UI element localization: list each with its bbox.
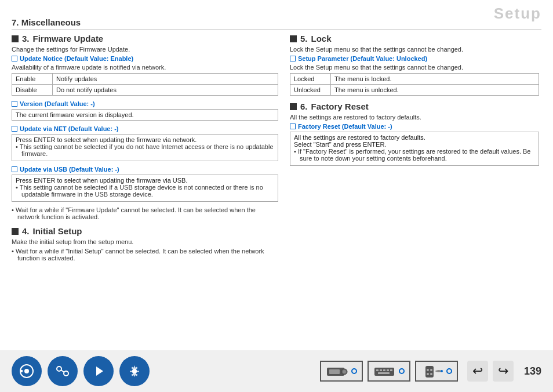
section5-square bbox=[290, 35, 297, 42]
factory-reset-line1: All the settings are restored to factory… bbox=[294, 134, 535, 141]
update-notice-desc: Availability of a firmware update is not… bbox=[12, 64, 278, 71]
svg-point-21 bbox=[430, 369, 432, 371]
factory-reset-line3: If "Factory Reset" is performed, your se… bbox=[294, 148, 535, 162]
section6-square bbox=[290, 103, 297, 110]
update-usb-checkbox bbox=[12, 166, 17, 172]
keyboard-icon bbox=[373, 364, 396, 378]
firmware-note: Wait for a while if "Firmware Update" ca… bbox=[12, 206, 278, 220]
update-notice-table: Enable Notify updates Disable Do not not… bbox=[12, 73, 278, 96]
dot-indicator3 bbox=[446, 368, 452, 374]
connect-icon bbox=[54, 363, 71, 379]
gear-icon bbox=[126, 363, 143, 379]
setup-param-desc: Lock the Setup menu so that the settings… bbox=[290, 64, 539, 71]
section6-desc: All the settings are restored to factory… bbox=[290, 114, 539, 121]
factory-reset-line2: Select "Start" and press ENTER. bbox=[294, 141, 535, 148]
version-label: Version (Default Value: -) bbox=[20, 100, 95, 107]
section4-desc: Make the initial setup from the setup me… bbox=[12, 238, 278, 245]
undo-button[interactable]: ↩ bbox=[467, 361, 488, 382]
table-row: Disable Do not notify updates bbox=[12, 85, 278, 96]
table-cell-option: Enable bbox=[12, 74, 53, 85]
projector-icon bbox=[326, 364, 349, 378]
setup-param-label: Setup Parameter (Default Value: Unlocked… bbox=[298, 55, 427, 62]
bottom-bar: ↩ ↪ 139 bbox=[0, 350, 553, 392]
svg-rect-2 bbox=[20, 370, 23, 372]
update-notice-checkbox bbox=[12, 56, 17, 61]
page-number: 139 bbox=[524, 365, 541, 378]
table-cell-option: Unlocked bbox=[290, 85, 331, 96]
table-row: Enable Notify updates bbox=[12, 74, 278, 85]
right-column: 5. Lock Lock the Setup menu so that the … bbox=[290, 34, 539, 263]
svg-point-1 bbox=[24, 369, 29, 373]
svg-rect-18 bbox=[378, 372, 390, 374]
svg-rect-12 bbox=[374, 368, 394, 376]
device2-icon[interactable] bbox=[368, 361, 410, 382]
svg-rect-11 bbox=[329, 369, 340, 374]
section4-title: 4. Initial Setup bbox=[12, 226, 278, 236]
update-notice-heading: Update Notice (Default Value: Enable) bbox=[12, 55, 278, 62]
dot-indicator2 bbox=[399, 368, 405, 374]
section4-title-text: Initial Setup bbox=[33, 226, 82, 236]
update-usb-desc: Press ENTER to select when updating the … bbox=[16, 177, 274, 184]
table-row: Unlocked The menu is unlocked. bbox=[290, 85, 539, 96]
update-net-checkbox bbox=[12, 126, 17, 132]
left-column: 3. Firmware Update Change the settings f… bbox=[12, 34, 278, 263]
section4-square bbox=[12, 228, 19, 235]
update-notice-label: Update Notice (Default Value: Enable) bbox=[20, 55, 133, 62]
dot-indicator bbox=[351, 368, 357, 374]
section6-title-text: Factory Reset bbox=[311, 101, 369, 111]
section6-number: 6. bbox=[300, 101, 308, 111]
svg-point-22 bbox=[427, 373, 429, 375]
update-net-box: Press ENTER to select when updating the … bbox=[12, 134, 278, 161]
update-usb-bullet: This setting cannot be selected if a USB… bbox=[16, 184, 274, 198]
svg-rect-16 bbox=[387, 369, 389, 371]
play-icon-button[interactable] bbox=[83, 356, 114, 386]
version-desc: The current firmware version is displaye… bbox=[12, 109, 278, 121]
redo-button[interactable]: ↪ bbox=[493, 361, 514, 382]
disc-icon-button[interactable] bbox=[12, 356, 42, 386]
update-usb-box: Press ENTER to select when updating the … bbox=[12, 175, 278, 202]
section5-desc: Lock the Setup menu so that the settings… bbox=[290, 46, 539, 53]
svg-point-10 bbox=[343, 370, 346, 373]
svg-line-5 bbox=[61, 370, 64, 372]
section6-title: 6. Factory Reset bbox=[290, 101, 539, 111]
update-net-label: Update via NET (Default Value: -) bbox=[20, 125, 119, 132]
section3-square bbox=[12, 35, 19, 42]
setup-param-heading: Setup Parameter (Default Value: Unlocked… bbox=[290, 55, 539, 62]
connect-icon-button[interactable] bbox=[48, 356, 78, 386]
chapter-title: 7. Miscellaneous bbox=[12, 17, 541, 30]
initial-setup-note: Wait for a while if "Initial Setup" cann… bbox=[12, 248, 278, 262]
section5-title-text: Lock bbox=[311, 34, 332, 43]
lock-table: Locked The menu is locked. Unlocked The … bbox=[290, 73, 539, 96]
device3-icon[interactable] bbox=[415, 361, 458, 382]
nav-icons-left bbox=[12, 356, 150, 386]
version-checkbox bbox=[12, 101, 17, 107]
section5-title: 5. Lock bbox=[290, 34, 539, 43]
control-icons-right: ↩ ↪ 139 bbox=[467, 361, 541, 382]
table-row: Locked The menu is locked. bbox=[290, 74, 539, 85]
section3-desc: Change the settings for Firmware Update. bbox=[12, 46, 278, 53]
svg-rect-19 bbox=[425, 366, 434, 378]
main-content: 3. Firmware Update Change the settings f… bbox=[12, 34, 541, 263]
update-net-heading: Update via NET (Default Value: -) bbox=[12, 125, 278, 132]
table-cell-desc: Notify updates bbox=[53, 74, 278, 85]
svg-marker-6 bbox=[96, 366, 103, 376]
section4-number: 4. bbox=[22, 226, 30, 236]
svg-rect-13 bbox=[376, 369, 379, 371]
svg-rect-15 bbox=[383, 369, 385, 371]
factory-reset-heading: Factory Reset (Default Value: -) bbox=[290, 123, 539, 130]
device1-icon[interactable] bbox=[320, 361, 363, 382]
version-heading: Version (Default Value: -) bbox=[12, 100, 278, 107]
gear-icon-button[interactable] bbox=[119, 356, 150, 386]
svg-point-24 bbox=[441, 370, 443, 372]
svg-point-20 bbox=[427, 369, 429, 371]
svg-rect-17 bbox=[390, 369, 392, 371]
svg-point-23 bbox=[430, 373, 432, 375]
section3-title: 3. Firmware Update bbox=[12, 34, 278, 43]
remote-icon bbox=[421, 364, 444, 378]
table-cell-desc: The menu is locked. bbox=[331, 74, 539, 85]
factory-reset-checkbox bbox=[290, 124, 296, 129]
update-net-bullet: This setting cannot be selected if you d… bbox=[16, 143, 274, 157]
setup-param-checkbox bbox=[290, 56, 296, 61]
svg-rect-14 bbox=[380, 369, 382, 371]
update-usb-label: Update via USB (Default Value: -) bbox=[20, 166, 119, 173]
